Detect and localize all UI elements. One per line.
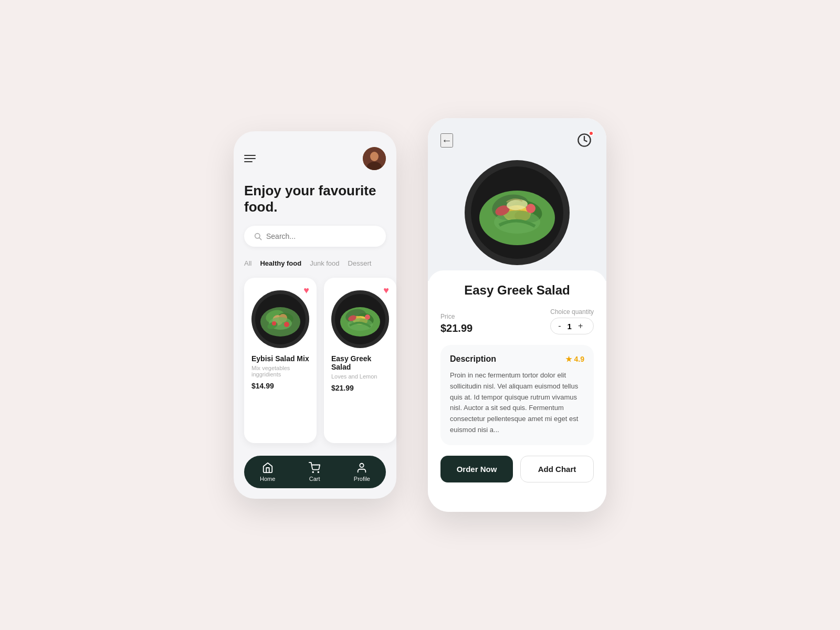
heart-btn-greek[interactable]: ♥ bbox=[383, 285, 389, 296]
search-bar[interactable] bbox=[244, 226, 386, 247]
tab-junk[interactable]: Junk food bbox=[310, 259, 339, 267]
search-input[interactable] bbox=[266, 232, 376, 240]
nav-cart[interactable]: Cart bbox=[309, 462, 320, 482]
description-section: Description ★ 4.9 Proin in nec fermentum… bbox=[440, 345, 594, 445]
food-price-greek: $21.99 bbox=[331, 384, 389, 392]
rating: ★ 4.9 bbox=[565, 355, 584, 363]
tab-dessert[interactable]: Dessert bbox=[348, 259, 372, 267]
food-desc-greek: Loves and Lemon bbox=[331, 373, 389, 380]
quantity-decrease[interactable]: - bbox=[558, 321, 561, 331]
food-image-eybisi bbox=[251, 290, 309, 348]
hamburger-menu[interactable] bbox=[244, 155, 256, 162]
nav-profile-label: Profile bbox=[354, 476, 370, 482]
svg-line-4 bbox=[259, 238, 261, 240]
nav-home-label: Home bbox=[260, 476, 275, 482]
left-phone-header bbox=[244, 147, 386, 170]
price-label: Price bbox=[440, 313, 472, 320]
left-phone: Enjoy your favourite food. All Healthy f… bbox=[234, 131, 396, 499]
heart-btn-eybisi[interactable]: ♥ bbox=[303, 285, 309, 296]
detail-food-name: Easy Greek Salad bbox=[440, 283, 594, 298]
desc-header: Description ★ 4.9 bbox=[450, 354, 584, 364]
clock-badge[interactable] bbox=[575, 131, 594, 150]
svg-point-25 bbox=[312, 471, 313, 472]
detail-food-circle bbox=[465, 160, 570, 265]
tab-all[interactable]: All bbox=[244, 259, 251, 267]
food-image-greek bbox=[331, 290, 389, 348]
add-chart-button[interactable]: Add Chart bbox=[520, 456, 594, 482]
tab-healthy[interactable]: Healthy food bbox=[260, 259, 301, 267]
desc-title: Description bbox=[450, 354, 496, 364]
detail-content: Easy Greek Salad Price $21.99 Choice qua… bbox=[428, 270, 606, 512]
quantity-increase[interactable]: + bbox=[578, 321, 583, 331]
cart-icon bbox=[309, 462, 320, 474]
action-buttons: Order Now Add Chart bbox=[440, 456, 594, 482]
food-cards: ♥ Eybisi S bbox=[244, 278, 386, 443]
food-desc-eybisi: Mix vegetables inggridients bbox=[251, 365, 309, 377]
quantity-controls: - 1 + bbox=[550, 318, 594, 334]
nav-cart-label: Cart bbox=[309, 476, 320, 482]
svg-point-14 bbox=[272, 321, 276, 326]
quantity-section: Choice quantity - 1 + bbox=[550, 308, 594, 334]
quantity-label: Choice quantity bbox=[550, 308, 594, 316]
user-avatar[interactable] bbox=[363, 147, 386, 170]
quantity-value: 1 bbox=[568, 322, 572, 331]
description-text: Proin in nec fermentum tortor dolor elit… bbox=[450, 370, 584, 436]
svg-point-1 bbox=[370, 152, 379, 161]
price-value: $21.99 bbox=[440, 322, 472, 334]
detail-food-image-area bbox=[428, 150, 606, 281]
search-icon bbox=[254, 232, 262, 240]
order-now-button[interactable]: Order Now bbox=[440, 456, 513, 482]
notification-dot bbox=[589, 131, 594, 136]
svg-point-27 bbox=[360, 464, 364, 467]
star-icon: ★ bbox=[565, 355, 572, 363]
food-card-greek[interactable]: ♥ bbox=[324, 278, 396, 443]
food-card-eybisi[interactable]: ♥ Eybisi S bbox=[244, 278, 317, 443]
food-name-eybisi: Eybisi Salad Mix bbox=[251, 354, 309, 363]
food-name-greek: Easy Greek Salad bbox=[331, 354, 389, 371]
price-section: Price $21.99 bbox=[440, 313, 472, 334]
price-quantity-row: Price $21.99 Choice quantity - 1 + bbox=[440, 308, 594, 334]
profile-icon bbox=[356, 462, 368, 474]
rating-value: 4.9 bbox=[574, 355, 584, 363]
home-icon bbox=[262, 462, 274, 474]
svg-point-38 bbox=[526, 204, 536, 213]
nav-profile[interactable]: Profile bbox=[354, 462, 370, 482]
back-button[interactable]: ← bbox=[440, 133, 453, 148]
nav-home[interactable]: Home bbox=[260, 462, 275, 482]
food-price-eybisi: $14.99 bbox=[251, 382, 309, 390]
detail-header: ← bbox=[428, 118, 606, 150]
headline: Enjoy your favourite food. bbox=[244, 183, 386, 215]
right-phone: ← bbox=[428, 118, 606, 512]
category-tabs: All Healthy food Junk food Dessert bbox=[244, 259, 386, 267]
svg-point-24 bbox=[365, 314, 370, 320]
svg-point-13 bbox=[284, 322, 289, 327]
svg-point-26 bbox=[318, 471, 319, 472]
bottom-nav: Home Cart Profile bbox=[244, 456, 386, 488]
